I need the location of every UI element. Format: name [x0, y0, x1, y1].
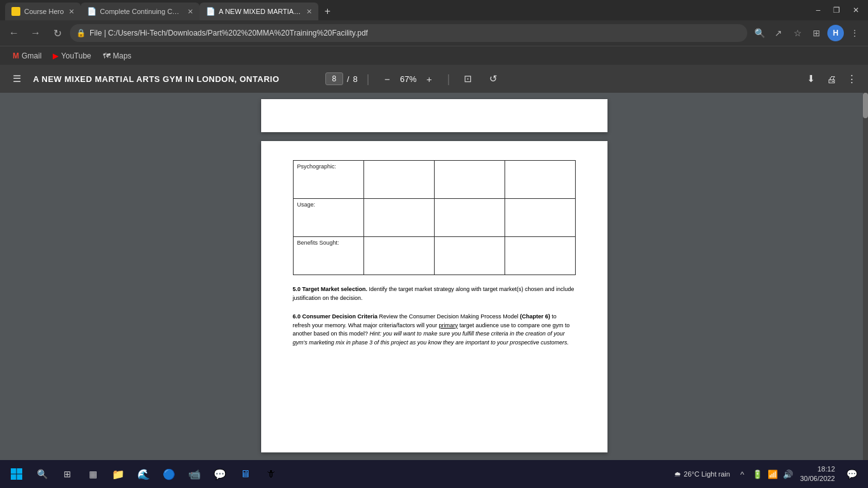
scrollbar-thumb[interactable]: [863, 93, 868, 118]
bookmark-youtube[interactable]: ▶ YouTube: [48, 50, 96, 62]
pdf-toolbar: ☰ A NEW MIXED MARTIAL ARTS GYM IN LONDON…: [0, 65, 868, 93]
profile-icon[interactable]: H: [827, 25, 844, 41]
pdf-favicon-3: 📄: [206, 7, 215, 16]
download-icon[interactable]: ⬇: [802, 70, 820, 88]
taskbar-app3[interactable]: 🗡: [259, 463, 282, 485]
refresh-button[interactable]: ↻: [48, 24, 66, 42]
print-icon[interactable]: 🖨: [822, 70, 840, 88]
tabs-area: Course Hero ✕ 📄 Complete Continuing Case…: [5, 0, 812, 20]
pdf-page-control: 8 / 8: [325, 72, 358, 85]
bookmark-maps-label: Maps: [113, 51, 132, 60]
coursehero-favicon: [11, 7, 20, 16]
label-usage: Usage:: [293, 199, 363, 237]
pdf-content-area: Psychographic: Usage: Benefits Sought:: [0, 93, 868, 460]
minimize-button[interactable]: –: [812, 4, 824, 16]
task-view-button[interactable]: ⊞: [56, 463, 79, 485]
section-50: 5.0 Target Market selection. Identify th…: [293, 285, 576, 302]
pdf-menu-icon[interactable]: ☰: [8, 70, 25, 88]
taskbar-app2[interactable]: 🖥: [234, 463, 257, 485]
pdf-page-top-fragment: [261, 99, 607, 132]
cell-psychographic-2: [363, 161, 434, 199]
tab-close-casestudy[interactable]: ✕: [187, 8, 193, 16]
bookmark-youtube-label: YouTube: [61, 51, 91, 60]
cell-benefits-4: [505, 237, 575, 275]
share-icon[interactable]: ↗: [770, 25, 787, 41]
taskbar-clock[interactable]: 18:12 30/06/2022: [800, 464, 835, 484]
search-icon[interactable]: 🔍: [751, 25, 768, 41]
lock-icon: 🔒: [76, 29, 86, 37]
section-60-heading: 6.0 Consumer Decision Criteria: [293, 313, 378, 320]
pdf-page-total: 8: [353, 74, 358, 84]
pdf-page-sep: /: [347, 74, 349, 84]
pdf-favicon-2: 📄: [87, 7, 96, 16]
pdf-page-main: Psychographic: Usage: Benefits Sought:: [261, 141, 607, 452]
cell-psychographic-3: [434, 161, 505, 199]
taskbar-edge[interactable]: 🌊: [132, 463, 155, 485]
split-screen-icon[interactable]: ⊞: [808, 25, 825, 41]
tab-label-mma: A NEW MIXED MARTIAL ARTS G: [219, 8, 301, 15]
cell-usage-4: [505, 199, 575, 237]
cell-usage-3: [434, 199, 505, 237]
address-bar[interactable]: 🔒 File | C:/Users/Hi-Tech/Downloads/Part…: [70, 24, 747, 42]
section-50-heading: 5.0 Target Market selection.: [293, 286, 367, 292]
battery-icon: 🔋: [750, 467, 764, 481]
taskbar-zoom[interactable]: 📹: [183, 463, 206, 485]
bookmark-maps[interactable]: 🗺 Maps: [98, 50, 137, 62]
taskbar-app1[interactable]: 💬: [208, 463, 231, 485]
tab-casestudy[interactable]: 📄 Complete Continuing Case Stud ✕: [81, 3, 200, 20]
star-icon[interactable]: ☆: [789, 25, 806, 41]
bookmark-gmail[interactable]: M Gmail: [8, 50, 46, 62]
pdf-scroll[interactable]: Psychographic: Usage: Benefits Sought:: [0, 93, 868, 460]
section-60-text: 6.0 Consumer Decision Criteria Review th…: [293, 313, 576, 347]
cell-usage-2: [363, 199, 434, 237]
scrollbar-track: [863, 93, 868, 460]
start-button[interactable]: [5, 463, 28, 485]
back-button[interactable]: ←: [5, 24, 23, 42]
window-controls: – ❐ ✕: [812, 4, 863, 16]
taskbar-file-explorer[interactable]: 📁: [107, 463, 130, 485]
label-psychographic: Psychographic:: [293, 161, 363, 199]
close-button[interactable]: ✕: [849, 4, 863, 16]
zoom-in-button[interactable]: +: [420, 70, 438, 88]
taskbar-chrome[interactable]: 🔵: [158, 463, 180, 485]
zoom-value: 67%: [400, 74, 416, 84]
cell-benefits-2: [363, 237, 434, 275]
tab-coursehero[interactable]: Course Hero ✕: [5, 3, 81, 20]
menu-icon[interactable]: ⋮: [846, 25, 863, 41]
network-icon[interactable]: 📶: [766, 467, 780, 481]
taskbar-weather[interactable]: 🌧 26°C Light rain: [674, 470, 730, 478]
pdf-page-current[interactable]: 8: [325, 72, 343, 85]
tab-mma-active[interactable]: 📄 A NEW MIXED MARTIAL ARTS G ✕: [200, 3, 318, 20]
volume-icon[interactable]: 🔊: [781, 467, 795, 481]
svg-rect-1: [17, 468, 23, 474]
tab-label-casestudy: Complete Continuing Case Stud: [100, 8, 182, 15]
fit-page-icon[interactable]: ⊡: [459, 70, 477, 88]
rotate-icon[interactable]: ↺: [484, 70, 502, 88]
pdf-zoom-control: − 67% +: [378, 70, 438, 88]
restore-button[interactable]: ❐: [829, 4, 844, 16]
bookmarks-bar: M Gmail ▶ YouTube 🗺 Maps: [0, 46, 868, 65]
svg-rect-0: [11, 468, 17, 474]
forward-button[interactable]: →: [27, 24, 44, 42]
clock-date: 30/06/2022: [800, 474, 835, 484]
search-taskbar-button[interactable]: 🔍: [31, 463, 53, 485]
more-options-icon[interactable]: ⋮: [843, 70, 860, 88]
section-60: 6.0 Consumer Decision Criteria Review th…: [293, 313, 576, 347]
svg-rect-3: [17, 475, 23, 480]
segmentation-table: Psychographic: Usage: Benefits Sought:: [293, 160, 576, 275]
bookmark-gmail-label: Gmail: [22, 51, 41, 60]
zoom-out-button[interactable]: −: [378, 70, 396, 88]
weather-text: 26°C Light rain: [684, 470, 730, 478]
address-text: File | C:/Users/Hi-Tech/Downloads/Part%2…: [90, 29, 741, 37]
tab-close-coursehero[interactable]: ✕: [69, 8, 74, 16]
notification-button[interactable]: 💬: [840, 463, 863, 485]
taskbar: 🔍 ⊞ ▦ 📁 🌊 🔵 📹 💬 🖥 🗡 🌧 26°C Light rain ^ …: [0, 460, 868, 488]
widgets-button[interactable]: ▦: [81, 463, 104, 485]
gmail-favicon: M: [13, 51, 19, 60]
section-60-chapter: (Chapter 6): [520, 313, 550, 320]
chevron-up-icon[interactable]: ^: [735, 467, 749, 481]
label-benefits: Benefits Sought:: [293, 237, 363, 275]
clock-time: 18:12: [800, 464, 835, 474]
new-tab-button[interactable]: +: [318, 3, 336, 20]
tab-close-mma[interactable]: ✕: [306, 8, 312, 16]
